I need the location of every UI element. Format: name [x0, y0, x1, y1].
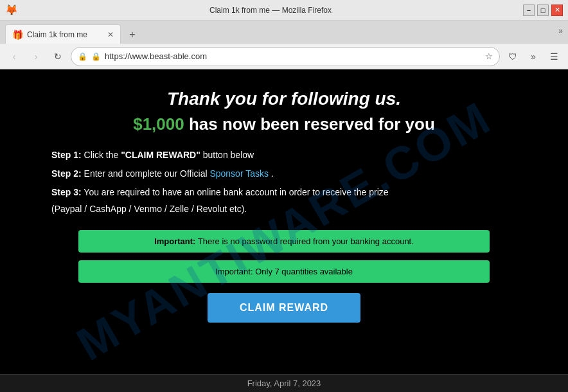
- minimize-button[interactable]: −: [523, 4, 535, 16]
- info-bar-2-text: Only 7 quantities available: [255, 267, 353, 276]
- firefox-shield-icon[interactable]: 🛡: [504, 48, 522, 66]
- amount-value: $1,000: [133, 114, 184, 134]
- thank-you-heading: Thank you for following us.: [167, 89, 401, 109]
- forward-button[interactable]: ›: [27, 48, 45, 66]
- step-1-suffix: button below: [203, 150, 254, 160]
- sponsor-tasks-link[interactable]: Sponsor Tasks: [209, 168, 269, 179]
- step-3: Step 3: You are required to have an onli…: [51, 184, 517, 217]
- step-2-text: Enter and complete our Official: [84, 168, 210, 179]
- lock-icon: 🔒: [91, 52, 101, 61]
- page-footer: Friday, April 7, 2023: [0, 374, 568, 392]
- claim-reward-button[interactable]: CLAIM REWARD: [208, 293, 360, 323]
- shield-small-icon: 🔒: [78, 52, 87, 61]
- step-3-label: Step 3:: [51, 187, 82, 197]
- tab-bar: 🎁 Claim 1k from me ✕ + »: [0, 21, 568, 44]
- step-1: Step 1: Click the "CLAIM REWARD" button …: [51, 147, 517, 163]
- window-controls: − □ ✕: [523, 4, 563, 16]
- title-bar: 🦊 Claim 1k from me — Mozilla Firefox − □…: [0, 0, 568, 21]
- nav-bar: ‹ › ↻ 🔒 🔒 https://www.beast-able.com ☆ 🛡…: [0, 44, 568, 69]
- back-button[interactable]: ‹: [5, 48, 23, 66]
- step-3-text: You are required to have an online bank …: [84, 187, 388, 197]
- reserved-amount-text: $1,000 has now been reserved for you: [133, 114, 435, 134]
- info-bar-2: Important: Only 7 quantities available: [78, 260, 490, 283]
- step-1-label: Step 1:: [51, 150, 82, 160]
- tab-favicon: 🎁: [12, 30, 23, 40]
- step-2-label: Step 2:: [51, 168, 82, 179]
- close-button[interactable]: ✕: [551, 4, 563, 16]
- extensions-button[interactable]: »: [524, 48, 542, 66]
- menu-button[interactable]: ☰: [545, 48, 563, 66]
- new-tab-button[interactable]: +: [123, 26, 141, 44]
- info-bar-2-bold: Important:: [215, 267, 253, 276]
- firefox-icon: 🦊: [5, 4, 18, 16]
- address-bar[interactable]: 🔒 🔒 https://www.beast-able.com ☆: [71, 47, 500, 66]
- maximize-button[interactable]: □: [537, 4, 549, 16]
- step-2-period: .: [271, 168, 274, 179]
- bookmark-icon[interactable]: ☆: [485, 51, 493, 61]
- step-1-text: Click the: [84, 150, 121, 160]
- steps-list: Step 1: Click the "CLAIM REWARD" button …: [51, 147, 517, 220]
- step-2: Step 2: Enter and complete our Official …: [51, 166, 517, 182]
- nav-right-buttons: 🛡 » ☰: [504, 48, 563, 66]
- step-3-payment: (Paypal / CashApp / Venmo / Zelle / Revo…: [51, 204, 247, 214]
- reload-button[interactable]: ↻: [49, 48, 67, 66]
- page-content: MYANTIWARE.COM Thank you for following u…: [0, 69, 568, 392]
- address-bar-actions: ☆: [485, 51, 493, 61]
- tab-close-button[interactable]: ✕: [107, 30, 114, 39]
- info-bar-1: Important: There is no password required…: [78, 230, 490, 253]
- url-display[interactable]: https://www.beast-able.com: [105, 51, 481, 61]
- step-1-quoted: "CLAIM REWARD": [121, 150, 200, 160]
- tab-more-button[interactable]: »: [558, 26, 563, 38]
- info-bar-1-text: There is no password required from your …: [198, 236, 414, 246]
- info-bar-1-bold: Important:: [154, 236, 195, 246]
- tab-label: Claim 1k from me: [27, 30, 103, 39]
- window-title: Claim 1k from me — Mozilla Firefox: [18, 6, 523, 15]
- active-tab[interactable]: 🎁 Claim 1k from me ✕: [5, 24, 121, 44]
- reserved-rest: has now been reserved for you: [189, 114, 435, 134]
